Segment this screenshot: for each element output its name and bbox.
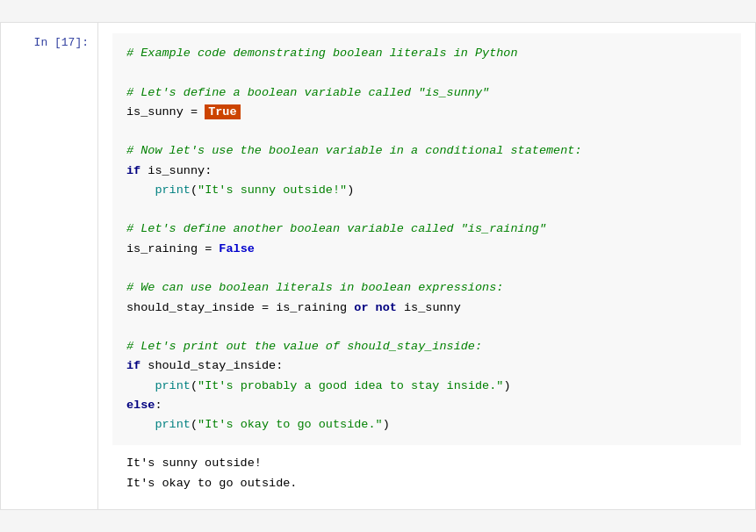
code-line: should_stay_inside = is_raining or not i… (126, 298, 727, 318)
code-line: if is_sunny: (126, 162, 727, 181)
code-line (126, 318, 727, 337)
code-line: is_sunny = True (126, 103, 727, 122)
true-literal: True (205, 104, 240, 119)
code-line: # Now let's use the boolean variable in … (126, 141, 727, 161)
cell-label: In [17]: (1, 23, 97, 509)
code-line: print("It's okay to go outside.") (126, 415, 727, 435)
cell-content: # Example code demonstrating boolean lit… (97, 23, 755, 509)
code-line: is_raining = False (126, 240, 727, 259)
code-line (126, 200, 727, 219)
output-block: It's sunny outside! It's okay to go outs… (112, 445, 741, 499)
code-line: # Let's print out the value of should_st… (126, 337, 727, 356)
code-line (126, 63, 727, 83)
code-line: if should_stay_inside: (126, 356, 727, 376)
code-line: # We can use boolean literals in boolean… (126, 278, 727, 298)
code-line: # Example code demonstrating boolean lit… (126, 44, 727, 63)
code-line: # Let's define another boolean variable … (126, 219, 727, 239)
code-block: # Example code demonstrating boolean lit… (112, 33, 741, 445)
code-line: else: (126, 396, 727, 415)
notebook-cell: In [17]: # Example code demonstrating bo… (0, 22, 756, 510)
code-line: # Let's define a boolean variable called… (126, 83, 727, 103)
code-line (126, 122, 727, 141)
code-line: print("It's sunny outside!") (126, 181, 727, 200)
code-line (126, 259, 727, 278)
output-line-2: It's okay to go outside. (126, 474, 727, 493)
code-line: print("It's probably a good idea to stay… (126, 377, 727, 396)
output-line-1: It's sunny outside! (126, 454, 727, 473)
false-literal: False (219, 242, 255, 255)
